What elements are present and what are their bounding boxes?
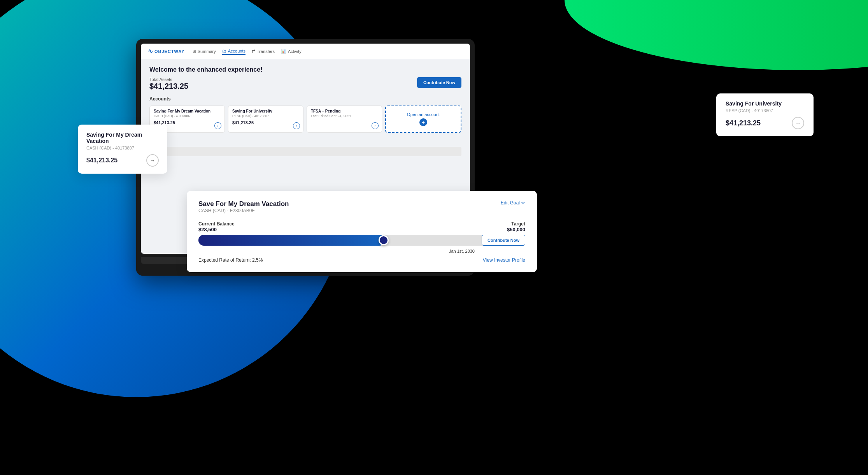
account-card-value-university: $41,213.25 xyxy=(232,120,299,125)
accounts-icon: 🗂 xyxy=(222,49,226,53)
tab-summary[interactable]: ⊞ Summary xyxy=(193,48,216,55)
goals-main-sub: CASH (CAD) - F2300AB0F xyxy=(198,208,289,213)
tab-transfers-label: Transfers xyxy=(257,49,275,54)
card-dream-value: $41,213.25 xyxy=(86,157,117,164)
logo-icon: ∿ xyxy=(148,48,153,55)
tab-activity-label: Activity xyxy=(288,49,302,54)
card-dream-row: $41,213.25 → xyxy=(86,154,159,167)
goals-placeholder-bar xyxy=(149,147,461,156)
total-assets-label: Total Assets xyxy=(149,77,188,82)
assets-info: Total Assets $41,213.25 xyxy=(149,77,188,91)
accounts-grid: Saving For My Dream Vacation CASH (CAD) … xyxy=(149,106,461,133)
tab-accounts-label: Accounts xyxy=(228,49,245,53)
account-card-tfsa[interactable]: TFSA – Pending Last Edited Sept 24, 2021… xyxy=(307,106,382,133)
account-card-arrow-tfsa[interactable]: › xyxy=(372,122,379,129)
balance-target-row: Current Balance $28,500 Target $50,000 xyxy=(198,221,525,232)
progress-bar-background xyxy=(198,235,525,246)
nav-bar: ∿ OBJECTWAY ⊞ Summary 🗂 Accounts ⇄ Trans… xyxy=(141,44,470,59)
contribute-now-button-main[interactable]: Contribute Now xyxy=(417,77,461,88)
card-dream-arrow[interactable]: → xyxy=(146,154,159,167)
card-university-sub: RESP (CAD) - 40173807 xyxy=(726,108,804,113)
card-saving-university: Saving For University RESP (CAD) - 40173… xyxy=(716,93,814,136)
card-university-title: Saving For University xyxy=(726,100,804,107)
card-university-value: $41,213.25 xyxy=(726,119,761,127)
welcome-title: Welcome to the enhanced experience! xyxy=(149,66,461,73)
card-university-arrow[interactable]: → xyxy=(792,117,804,129)
goals-section-label: Goals xyxy=(149,138,461,144)
view-investor-profile-link[interactable]: View Investor Profile xyxy=(483,257,525,263)
total-assets-value: $41,213.25 xyxy=(149,82,188,91)
goals-main-title: Save For My Dream Vacation xyxy=(198,200,289,208)
current-balance-value: $28,500 xyxy=(198,227,235,232)
tab-summary-label: Summary xyxy=(198,49,216,54)
summary-icon: ⊞ xyxy=(193,49,196,54)
logo-text: OBJECTWAY xyxy=(154,49,185,54)
account-card-university[interactable]: Saving For University RESP (CAD) - 40173… xyxy=(228,106,303,133)
account-card-sub-dream: CASH (CAD) - 40173807 xyxy=(154,114,221,118)
progress-thumb[interactable] xyxy=(379,235,389,245)
balance-block: Current Balance $28,500 xyxy=(198,221,235,232)
card-dream-sub: CASH (CAD) - 40173807 xyxy=(86,146,159,150)
account-card-sub-university: RESP (CAD) - 40173807 xyxy=(232,114,299,118)
edit-goal-link[interactable]: Edit Goal ✏ xyxy=(501,200,525,206)
current-balance-label: Current Balance xyxy=(198,221,235,227)
tab-transfers[interactable]: ⇄ Transfers xyxy=(252,48,275,55)
account-card-open[interactable]: Open an account + xyxy=(385,106,461,133)
target-label: Target xyxy=(507,221,525,227)
account-card-name-dream: Saving For My Dream Vacation xyxy=(154,109,221,113)
edit-goal-label: Edit Goal xyxy=(501,200,520,206)
progress-row: Contribute Now xyxy=(198,235,525,246)
goals-title-block: Save For My Dream Vacation CASH (CAD) - … xyxy=(198,200,289,220)
main-content: Welcome to the enhanced experience! Tota… xyxy=(141,59,470,163)
expected-return-label: Expected Rate of Return: 2.5% xyxy=(198,257,263,263)
target-block: Target $50,000 xyxy=(507,221,525,232)
open-account-label: Open an account xyxy=(407,112,440,117)
target-value: $50,000 xyxy=(507,227,525,232)
tab-activity[interactable]: 📊 Activity xyxy=(281,48,302,55)
accounts-section-title: Accounts xyxy=(149,96,461,102)
account-card-arrow-university[interactable]: › xyxy=(293,122,300,129)
card-dream-vacation: Saving For My Dream Vacation CASH (CAD) … xyxy=(78,125,167,174)
tab-accounts[interactable]: 🗂 Accounts xyxy=(222,48,245,55)
goals-detail-card: Save For My Dream Vacation CASH (CAD) - … xyxy=(187,191,537,272)
transfers-icon: ⇄ xyxy=(252,49,255,54)
open-account-plus-icon[interactable]: + xyxy=(419,118,427,126)
edit-goal-icon: ✏ xyxy=(521,200,525,206)
progress-bar-fill xyxy=(198,235,385,246)
activity-icon: 📊 xyxy=(281,49,286,54)
card-university-row: $41,213.25 → xyxy=(726,117,804,129)
scene: ∿ OBJECTWAY ⊞ Summary 🗂 Accounts ⇄ Trans… xyxy=(0,0,868,475)
nav-tabs: ⊞ Summary 🗂 Accounts ⇄ Transfers 📊 Activ… xyxy=(193,48,302,55)
progress-date: Jan 1st, 2030 xyxy=(198,249,475,253)
card-dream-title: Saving For My Dream Vacation xyxy=(86,132,159,144)
account-card-name-university: Saving For University xyxy=(232,109,299,113)
account-card-arrow-dream[interactable]: › xyxy=(214,122,221,129)
account-card-sub-tfsa: Last Edited Sept 24, 2021 xyxy=(311,114,378,118)
contribute-now-button-goals[interactable]: Contribute Now xyxy=(482,235,525,246)
assets-row: Total Assets $41,213.25 Contribute Now xyxy=(149,77,461,91)
goals-header-row: Save For My Dream Vacation CASH (CAD) - … xyxy=(198,200,525,220)
logo: ∿ OBJECTWAY xyxy=(148,48,185,55)
expected-return-row: Expected Rate of Return: 2.5% View Inves… xyxy=(198,257,525,263)
account-card-name-tfsa: TFSA – Pending xyxy=(311,109,378,113)
